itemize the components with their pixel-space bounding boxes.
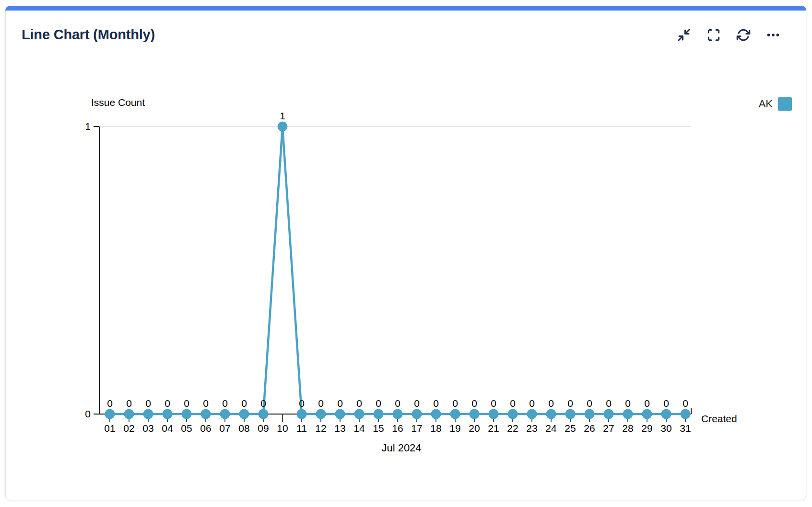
value-label: 0 bbox=[203, 398, 209, 409]
x-tick-label: 10 bbox=[277, 423, 288, 434]
data-point-12[interactable] bbox=[316, 409, 326, 419]
x-tick-label: 07 bbox=[219, 423, 230, 434]
value-label: 0 bbox=[644, 398, 650, 409]
x-tick-label: 09 bbox=[258, 423, 269, 434]
x-tick-label: 20 bbox=[469, 423, 480, 434]
value-label: 0 bbox=[452, 398, 458, 409]
x-tick-label: 04 bbox=[162, 423, 173, 434]
data-point-28[interactable] bbox=[623, 409, 633, 419]
data-point-13[interactable] bbox=[335, 409, 345, 419]
value-label: 0 bbox=[318, 398, 324, 409]
data-point-14[interactable] bbox=[354, 409, 365, 419]
data-point-01[interactable] bbox=[105, 409, 115, 419]
x-tick-label: 31 bbox=[680, 423, 691, 434]
x-tick-label: 26 bbox=[584, 423, 595, 434]
value-label: 0 bbox=[260, 398, 266, 409]
x-tick-label: 08 bbox=[238, 423, 249, 434]
value-label: 0 bbox=[567, 398, 573, 409]
data-point-27[interactable] bbox=[604, 409, 614, 419]
data-point-02[interactable] bbox=[124, 409, 134, 419]
value-label: 0 bbox=[587, 398, 592, 409]
x-tick-label: 21 bbox=[488, 423, 499, 434]
data-point-06[interactable] bbox=[201, 409, 211, 419]
value-label: 0 bbox=[433, 398, 439, 409]
data-point-17[interactable] bbox=[412, 409, 422, 419]
x-tick-label: 12 bbox=[315, 423, 326, 434]
data-point-30[interactable] bbox=[661, 409, 671, 419]
value-label: 0 bbox=[529, 398, 535, 409]
data-point-20[interactable] bbox=[470, 409, 480, 419]
value-label: 0 bbox=[683, 398, 688, 409]
data-point-24[interactable] bbox=[546, 409, 556, 419]
data-point-31[interactable] bbox=[681, 409, 691, 419]
value-label: 1 bbox=[280, 110, 285, 121]
x-axis-name: Created bbox=[701, 413, 737, 425]
data-point-21[interactable] bbox=[489, 409, 499, 419]
data-point-11[interactable] bbox=[297, 409, 307, 419]
data-point-10[interactable] bbox=[278, 122, 288, 132]
x-tick-label: 05 bbox=[181, 423, 192, 434]
value-label: 0 bbox=[222, 398, 228, 409]
value-label: 0 bbox=[414, 398, 420, 409]
x-tick-label: 15 bbox=[373, 423, 384, 434]
value-label: 0 bbox=[126, 398, 132, 409]
data-point-22[interactable] bbox=[508, 409, 518, 419]
data-point-09[interactable] bbox=[259, 409, 269, 419]
value-label: 0 bbox=[184, 398, 189, 409]
data-point-03[interactable] bbox=[143, 409, 153, 419]
series-line-AK bbox=[110, 127, 685, 414]
value-label: 0 bbox=[625, 398, 631, 409]
x-tick-label: 19 bbox=[449, 423, 460, 434]
value-label: 0 bbox=[548, 398, 554, 409]
chart-card: Line Chart (Monthly) bbox=[5, 6, 806, 500]
line-chart-plot: 1001020304050607080910111213141516171819… bbox=[6, 6, 807, 501]
value-label: 0 bbox=[471, 398, 477, 409]
value-label: 0 bbox=[606, 398, 612, 409]
data-point-07[interactable] bbox=[220, 409, 230, 419]
x-tick-label: 25 bbox=[565, 423, 576, 434]
x-axis-group-label: Jul 2024 bbox=[106, 442, 697, 454]
x-tick-label: 11 bbox=[296, 423, 307, 434]
y-tick-label: 1 bbox=[85, 121, 91, 132]
x-tick-label: 13 bbox=[334, 423, 345, 434]
data-point-15[interactable] bbox=[374, 409, 384, 419]
y-tick-label: 0 bbox=[85, 408, 91, 419]
value-label: 0 bbox=[663, 398, 669, 409]
x-tick-label: 03 bbox=[142, 423, 153, 434]
data-point-29[interactable] bbox=[642, 409, 652, 419]
data-point-26[interactable] bbox=[585, 409, 595, 419]
x-tick-label: 02 bbox=[123, 423, 134, 434]
x-tick-label: 24 bbox=[545, 423, 557, 434]
data-point-18[interactable] bbox=[431, 409, 441, 419]
data-point-19[interactable] bbox=[450, 409, 460, 419]
x-tick-label: 01 bbox=[104, 423, 115, 434]
data-point-05[interactable] bbox=[182, 409, 192, 419]
value-label: 0 bbox=[145, 398, 151, 409]
x-tick-label: 27 bbox=[603, 423, 614, 434]
data-point-25[interactable] bbox=[565, 409, 576, 419]
x-tick-label: 28 bbox=[622, 423, 633, 434]
value-label: 0 bbox=[510, 398, 516, 409]
x-tick-label: 17 bbox=[411, 423, 422, 434]
x-tick-label: 16 bbox=[392, 423, 403, 434]
x-tick-label: 18 bbox=[430, 423, 441, 434]
data-point-23[interactable] bbox=[527, 409, 537, 419]
value-label: 0 bbox=[299, 398, 305, 409]
value-label: 0 bbox=[241, 398, 247, 409]
value-label: 0 bbox=[337, 398, 343, 409]
value-label: 0 bbox=[356, 398, 362, 409]
value-label: 0 bbox=[376, 398, 381, 409]
value-label: 0 bbox=[491, 398, 496, 409]
value-label: 0 bbox=[107, 398, 113, 409]
x-tick-label: 30 bbox=[660, 423, 671, 434]
value-label: 0 bbox=[165, 398, 170, 409]
value-label: 0 bbox=[395, 398, 400, 409]
x-tick-label: 14 bbox=[353, 423, 365, 434]
x-tick-label: 29 bbox=[641, 423, 652, 434]
data-point-04[interactable] bbox=[163, 409, 173, 419]
x-tick-label: 06 bbox=[200, 423, 211, 434]
data-point-08[interactable] bbox=[239, 409, 249, 419]
data-point-16[interactable] bbox=[393, 409, 403, 419]
x-tick-label: 23 bbox=[526, 423, 537, 434]
x-tick-label: 22 bbox=[507, 423, 518, 434]
